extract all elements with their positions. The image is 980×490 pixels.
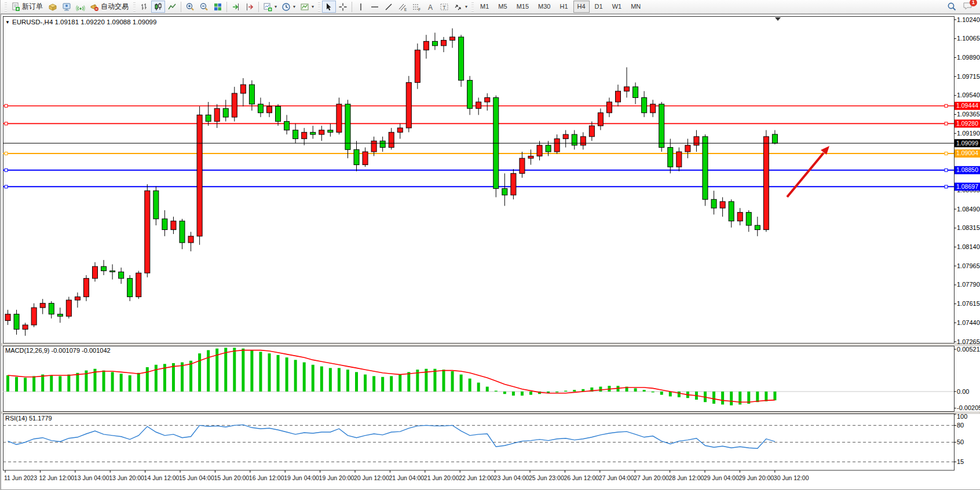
candle [677,152,682,167]
timeframe-button-m5[interactable]: M5 [494,1,511,13]
templates-button[interactable]: ▾ [298,1,316,13]
line-handle[interactable] [945,104,948,107]
timeframe-button-m30[interactable]: M30 [534,1,554,13]
trendline-tool-button[interactable] [382,1,396,13]
history-center-button[interactable] [46,1,60,13]
candle [389,132,394,147]
timeframe-button-w1[interactable]: W1 [608,1,626,13]
line-handle[interactable] [5,122,8,125]
svg-text:1.09365: 1.09365 [957,111,980,118]
toolbar-separator [352,2,352,12]
timeframe-button-h1[interactable]: H1 [555,1,572,13]
candle [101,266,107,270]
timeframe-button-m1[interactable]: M1 [476,1,493,13]
svg-text:13 Jun 04:00: 13 Jun 04:00 [74,474,109,481]
svg-text:30 Jun 12:00: 30 Jun 12:00 [774,474,809,481]
zoom-out-button[interactable] [197,1,211,13]
candle [397,128,403,132]
line-handle[interactable] [945,122,948,125]
candle [371,141,376,152]
pane-separator[interactable] [1,412,980,414]
svg-text:29 Jun 04:00: 29 Jun 04:00 [704,474,739,481]
zoom-in-button[interactable] [183,1,197,13]
yellow-box-icon [48,2,57,12]
arrows-tool-button[interactable]: ▾ [451,1,470,13]
candle [589,126,594,137]
macd-pane[interactable]: MACD(12,26,9) -0.001079 -0.001042 [3,346,955,412]
line-handle[interactable] [5,185,8,188]
auto-trading-button[interactable]: 自动交易 [87,1,131,13]
chart-shift-button[interactable] [243,1,257,13]
candle [267,107,272,113]
pane-separator[interactable] [1,343,980,346]
svg-text:1.09099: 1.09099 [956,140,978,147]
timeframe-button-d1[interactable]: D1 [591,1,607,13]
candle [49,303,54,315]
text-label-tool-button[interactable]: T [437,1,451,13]
timeframe-button-h4[interactable]: H4 [573,1,590,13]
candle [188,236,193,243]
line-chart-button[interactable] [165,1,179,13]
toolbar-drag-handle[interactable] [5,2,7,12]
candlestick-chart-button[interactable] [151,1,165,13]
new-order-icon [11,2,20,12]
chart-area[interactable]: MACD(12,26,9) -0.001079 -0.001042RSI(14)… [1,14,980,490]
cursor-button[interactable] [322,1,336,13]
candle [57,314,63,316]
equidistant-channel-tool-button[interactable]: E [396,1,409,13]
chart-title: ▼EURUSD-,H4 1.09181 1.09220 1.09088 1.09… [5,19,156,25]
arrows-icon [454,2,463,12]
candle [659,104,664,148]
candle [276,107,281,122]
horizontal-line-tool-button[interactable] [368,1,382,13]
search-icon[interactable] [947,2,957,12]
line-handle[interactable] [945,169,948,171]
line-handle[interactable] [5,152,8,155]
svg-text:19 Jun 04:00: 19 Jun 04:00 [284,474,319,481]
svg-text:E: E [404,7,407,11]
timeframe-group: M1M5M15M30H1H4D1W1MN [476,1,645,13]
signals-button[interactable] [74,1,87,13]
candle [737,213,743,221]
line-handle[interactable] [945,152,948,155]
line-handle[interactable] [5,104,8,107]
auto-scroll-button[interactable] [229,1,243,13]
candle [616,91,621,102]
svg-text:1.10240: 1.10240 [957,16,980,23]
tile-windows-button[interactable] [211,1,225,13]
svg-text:21 Jun 04:00: 21 Jun 04:00 [389,474,424,481]
cursor-icon [324,2,334,12]
candle [537,145,542,156]
vertical-line-tool-button[interactable] [354,1,368,13]
trendline-icon [384,2,393,12]
candle [345,104,350,149]
price-chart-svg[interactable]: MACD(12,26,9) -0.001079 -0.001042RSI(14)… [1,14,980,490]
main-price-pane[interactable] [3,17,955,343]
bar-chart-button[interactable] [137,1,151,13]
candlestick-icon [153,2,163,12]
line-handle[interactable] [5,169,8,171]
fibonacci-tool-button[interactable]: F [409,1,423,13]
svg-text:27 Jun 20:00: 27 Jun 20:00 [634,474,669,481]
market-watch-button[interactable] [60,1,74,13]
notifications-button[interactable]: 1 [963,1,973,13]
candle [432,41,437,45]
candle [14,314,19,329]
rsi-pane[interactable]: RSI(14) 51.1779 [3,414,955,471]
new-order-button[interactable]: 新订单 [9,1,46,13]
candle [354,149,359,164]
timeframe-button-mn[interactable]: MN [627,1,645,13]
svg-text:1.09890: 1.09890 [957,54,980,61]
crosshair-button[interactable] [336,1,350,13]
text-tool-button[interactable]: A [423,1,437,13]
line-handle[interactable] [945,185,948,188]
auto-scroll-icon [231,2,240,12]
candle [145,191,150,273]
periods-button[interactable]: ▾ [279,1,298,13]
toolbar-drag-handle[interactable] [133,2,136,12]
timeframe-button-m15[interactable]: M15 [513,1,533,13]
svg-text:15 Jun 04:00: 15 Jun 04:00 [179,474,214,481]
toolbar-drag-handle[interactable] [471,2,474,12]
new-chart-button[interactable]: ▾ [261,1,279,13]
toolbar-drag-handle[interactable] [318,2,320,12]
